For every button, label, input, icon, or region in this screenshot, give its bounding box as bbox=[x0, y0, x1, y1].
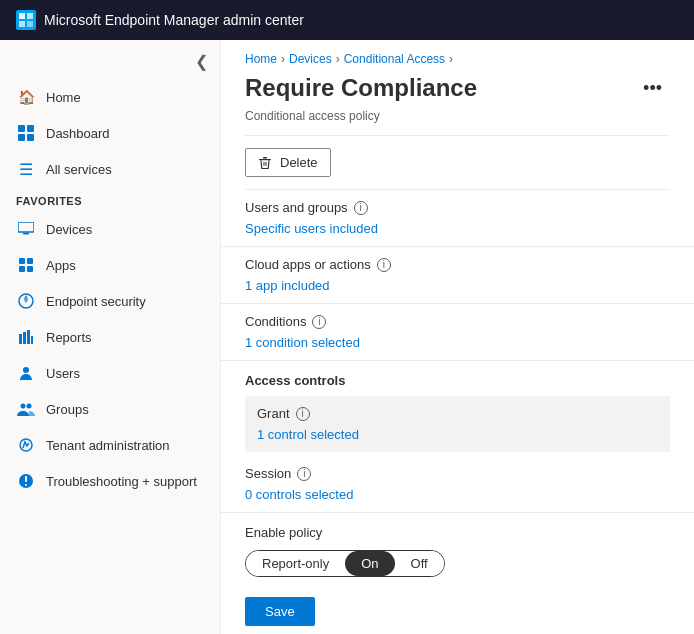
users-groups-section: Users and groups i Specific users includ… bbox=[221, 190, 694, 247]
enable-policy-toggle[interactable]: Report-only On Off bbox=[245, 550, 445, 577]
reports-icon bbox=[16, 327, 36, 347]
sidebar-label-apps: Apps bbox=[46, 258, 76, 273]
groups-icon bbox=[16, 399, 36, 419]
breadcrumb-home[interactable]: Home bbox=[245, 52, 277, 66]
svg-rect-10 bbox=[22, 232, 30, 233]
sidebar-collapse-btn[interactable]: ❮ bbox=[191, 48, 212, 75]
svg-point-22 bbox=[27, 404, 32, 409]
cloud-apps-label: Cloud apps or actions bbox=[245, 257, 371, 272]
sidebar-label-endpoint: Endpoint security bbox=[46, 294, 146, 309]
enable-policy-label: Enable policy bbox=[245, 525, 670, 540]
conditions-info-icon[interactable]: i bbox=[312, 315, 326, 329]
save-button[interactable]: Save bbox=[245, 597, 315, 626]
endpoint-icon bbox=[16, 291, 36, 311]
svg-rect-24 bbox=[259, 159, 271, 160]
svg-rect-0 bbox=[19, 13, 25, 19]
users-groups-label: Users and groups bbox=[245, 200, 348, 215]
breadcrumb-sep3: › bbox=[449, 52, 453, 66]
breadcrumb-conditional-access[interactable]: Conditional Access bbox=[344, 52, 445, 66]
sidebar-label-users: Users bbox=[46, 366, 80, 381]
sidebar-item-devices[interactable]: Devices bbox=[0, 211, 220, 247]
svg-rect-11 bbox=[19, 258, 25, 264]
grant-value[interactable]: 1 control selected bbox=[257, 427, 658, 442]
breadcrumb: Home › Devices › Conditional Access › bbox=[221, 40, 694, 70]
app-icon bbox=[16, 10, 36, 30]
page-subtitle: Conditional access policy bbox=[221, 107, 694, 135]
sidebar-label-tenant: Tenant administration bbox=[46, 438, 170, 453]
troubleshooting-icon bbox=[16, 471, 36, 491]
sidebar-item-dashboard[interactable]: Dashboard bbox=[0, 115, 220, 151]
grant-header: Grant i bbox=[257, 406, 658, 421]
topbar: Microsoft Endpoint Manager admin center bbox=[0, 0, 694, 40]
sidebar-label-troubleshooting: Troubleshooting + support bbox=[46, 474, 197, 489]
svg-rect-17 bbox=[23, 332, 26, 344]
svg-rect-7 bbox=[27, 134, 34, 141]
sidebar-label-all-services: All services bbox=[46, 162, 112, 177]
svg-rect-2 bbox=[19, 21, 25, 27]
sidebar-item-reports[interactable]: Reports bbox=[0, 319, 220, 355]
toggle-on[interactable]: On bbox=[345, 551, 394, 576]
delete-button[interactable]: Delete bbox=[245, 148, 331, 177]
svg-rect-1 bbox=[27, 13, 33, 19]
conditions-label: Conditions bbox=[245, 314, 306, 329]
cloud-apps-header: Cloud apps or actions i bbox=[245, 257, 670, 272]
sidebar: ❮ 🏠 Home Dashboard ☰ All services FAVORI… bbox=[0, 40, 221, 634]
favorites-label: FAVORITES bbox=[16, 195, 82, 207]
toggle-off[interactable]: Off bbox=[395, 551, 444, 576]
svg-rect-25 bbox=[263, 157, 267, 159]
session-info-icon[interactable]: i bbox=[297, 467, 311, 481]
sidebar-item-troubleshooting[interactable]: Troubleshooting + support bbox=[0, 463, 220, 499]
enable-policy-section: Enable policy Report-only On Off bbox=[221, 513, 694, 589]
delete-icon bbox=[258, 156, 272, 170]
session-value[interactable]: 0 controls selected bbox=[245, 487, 670, 502]
conditions-section: Conditions i 1 condition selected bbox=[221, 304, 694, 361]
svg-point-21 bbox=[21, 404, 26, 409]
svg-rect-4 bbox=[18, 125, 25, 132]
cloud-apps-value[interactable]: 1 app included bbox=[245, 278, 670, 293]
grant-label: Grant bbox=[257, 406, 290, 421]
dashboard-icon bbox=[16, 123, 36, 143]
sidebar-item-home[interactable]: 🏠 Home bbox=[0, 79, 220, 115]
session-section: Session i 0 controls selected bbox=[221, 456, 694, 513]
svg-rect-9 bbox=[23, 233, 29, 235]
sidebar-item-all-services[interactable]: ☰ All services bbox=[0, 151, 220, 187]
svg-rect-18 bbox=[27, 330, 30, 344]
users-groups-info-icon[interactable]: i bbox=[354, 201, 368, 215]
more-options-button[interactable]: ••• bbox=[635, 74, 670, 103]
svg-rect-13 bbox=[19, 266, 25, 272]
grant-info-icon[interactable]: i bbox=[296, 407, 310, 421]
apps-icon bbox=[16, 255, 36, 275]
grant-section: Grant i 1 control selected bbox=[245, 396, 670, 452]
conditions-value[interactable]: 1 condition selected bbox=[245, 335, 670, 350]
users-icon bbox=[16, 363, 36, 383]
svg-rect-27 bbox=[266, 162, 267, 166]
sidebar-label-devices: Devices bbox=[46, 222, 92, 237]
svg-rect-6 bbox=[18, 134, 25, 141]
sidebar-label-dashboard: Dashboard bbox=[46, 126, 110, 141]
sidebar-item-endpoint[interactable]: Endpoint security bbox=[0, 283, 220, 319]
svg-rect-8 bbox=[18, 222, 34, 232]
sidebar-item-groups[interactable]: Groups bbox=[0, 391, 220, 427]
favorites-section: FAVORITES bbox=[0, 187, 220, 211]
sidebar-item-users[interactable]: Users bbox=[0, 355, 220, 391]
page-header: Require Compliance ••• bbox=[221, 70, 694, 107]
session-label: Session bbox=[245, 466, 291, 481]
svg-point-20 bbox=[23, 367, 29, 373]
svg-rect-14 bbox=[27, 266, 33, 272]
sidebar-item-tenant[interactable]: Tenant administration bbox=[0, 427, 220, 463]
toggle-report-only[interactable]: Report-only bbox=[246, 551, 345, 576]
tenant-icon bbox=[16, 435, 36, 455]
users-groups-value[interactable]: Specific users included bbox=[245, 221, 670, 236]
breadcrumb-devices[interactable]: Devices bbox=[289, 52, 332, 66]
svg-rect-16 bbox=[19, 334, 22, 344]
session-header: Session i bbox=[245, 466, 670, 481]
sidebar-item-apps[interactable]: Apps bbox=[0, 247, 220, 283]
devices-icon bbox=[16, 219, 36, 239]
cloud-apps-info-icon[interactable]: i bbox=[377, 258, 391, 272]
svg-rect-19 bbox=[31, 336, 33, 344]
breadcrumb-sep1: › bbox=[281, 52, 285, 66]
svg-rect-3 bbox=[27, 21, 33, 27]
all-services-icon: ☰ bbox=[16, 159, 36, 179]
svg-rect-5 bbox=[27, 125, 34, 132]
access-controls-header: Access controls bbox=[221, 361, 694, 392]
